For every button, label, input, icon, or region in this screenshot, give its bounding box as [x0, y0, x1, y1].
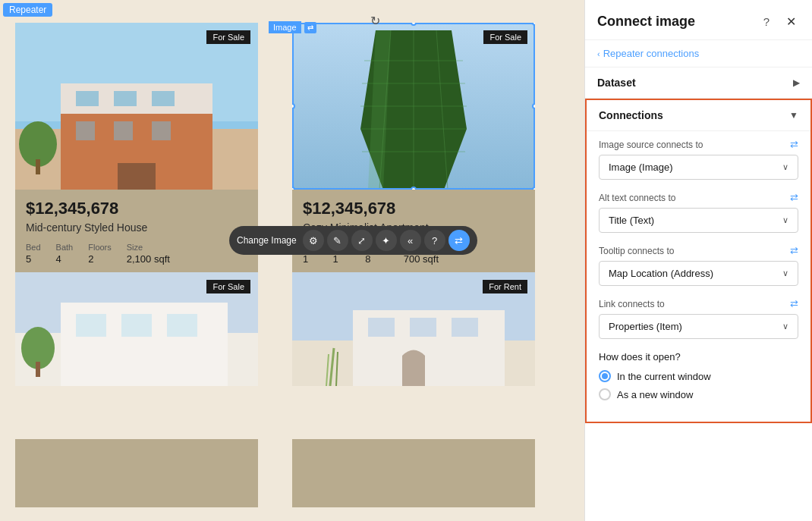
open-label: How does it open? [599, 351, 798, 363]
alt-text-icon[interactable]: ⇄ [790, 192, 798, 203]
resize-handle-mr[interactable] [532, 103, 535, 109]
radio-current-window[interactable]: In the current window [599, 370, 798, 382]
alt-text-select[interactable]: Title (Text) ∨ [599, 208, 798, 233]
toolbar-change-label: Change Image [237, 235, 300, 246]
panel-header: Connect image ? ✕ [585, 0, 812, 40]
tooltip-icon[interactable]: ⇄ [790, 245, 798, 256]
panel-title: Connect image [597, 14, 695, 30]
svg-rect-28 [76, 314, 106, 337]
close-panel-button[interactable]: ✕ [782, 12, 800, 30]
tooltip-select[interactable]: Map Location (Address) ∨ [599, 261, 798, 286]
dataset-arrow: ▶ [793, 77, 800, 88]
tooltip-field: Tooltip connects to ⇄ Map Location (Addr… [587, 237, 810, 290]
help-button[interactable]: ? [424, 230, 445, 251]
card-price-1: $12,345,678 [26, 199, 247, 218]
dataset-label: Dataset [597, 77, 636, 89]
right-panel: Connect image ? ✕ ‹ Repeater connections… [584, 0, 812, 521]
link-label: Link connects to [599, 299, 665, 309]
badge-3: For Sale [206, 280, 250, 293]
image-selection-label: Image ⇄ [269, 21, 316, 33]
image-source-label: Image source connects to [599, 140, 703, 150]
building-image-1 [15, 23, 258, 190]
breadcrumb-arrow-icon: ‹ [597, 49, 600, 58]
tooltip-value: Map Location (Address) [609, 268, 713, 279]
card-info-3 [15, 439, 258, 507]
image-source-value: Image (Image) [609, 162, 673, 173]
radio-new-window-label: As a new window [617, 389, 693, 400]
link-value: Properties (Item) [609, 321, 682, 332]
svg-rect-10 [152, 121, 171, 140]
card-price-2: $12,345,678 [303, 199, 524, 218]
property-card-3[interactable]: For Sale [15, 272, 292, 507]
connections-box: Connections ▼ Image source connects to ⇄… [585, 99, 812, 423]
building-image-2 [292, 23, 535, 190]
badge-2: For Sale [483, 30, 527, 44]
resize-handle-br[interactable] [532, 187, 535, 190]
svg-rect-29 [121, 314, 152, 337]
repeater-label: Repeater [3, 3, 52, 17]
link-icon[interactable]: ⇄ [790, 298, 798, 309]
svg-rect-37 [410, 318, 436, 337]
rotate-icon[interactable]: ↻ [370, 14, 380, 28]
svg-rect-9 [114, 121, 133, 140]
card-image-1[interactable]: For Sale [15, 23, 258, 190]
magic-button[interactable]: ✦ [376, 230, 397, 251]
dataset-section[interactable]: Dataset ▶ [585, 67, 812, 99]
tooltip-label: Tooltip connects to [599, 246, 674, 256]
svg-rect-13 [36, 159, 40, 174]
svg-rect-7 [152, 91, 175, 106]
card-image-2[interactable]: For Sale [292, 23, 535, 190]
radio-current-window-circle[interactable] [599, 370, 611, 382]
crop-button[interactable]: ⤢ [351, 230, 373, 251]
panel-header-icons: ? ✕ [757, 12, 800, 30]
badge-4: For Rent [483, 280, 527, 293]
radio-new-window-circle[interactable] [599, 388, 611, 400]
breadcrumb-label: Repeater connections [603, 48, 699, 59]
resize-handle-bc[interactable] [411, 187, 417, 190]
svg-rect-36 [368, 318, 395, 337]
badge-1: For Sale [206, 30, 250, 44]
card-info-1: $12,345,678 Mid-century Styled House Bed… [15, 190, 258, 272]
breadcrumb-link[interactable]: ‹ Repeater connections [597, 48, 800, 59]
card-name-1: Mid-century Styled House [26, 221, 247, 234]
image-tag-text: Image [269, 21, 301, 33]
connections-toggle[interactable]: ▼ [789, 110, 798, 121]
link-select[interactable]: Properties (Item) ∨ [599, 314, 798, 339]
image-source-arrow: ∨ [782, 162, 788, 172]
svg-rect-38 [452, 318, 478, 337]
breadcrumb-bar: ‹ Repeater connections [585, 40, 812, 67]
tooltip-arrow: ∨ [782, 268, 788, 278]
image-source-field: Image source connects to ⇄ Image (Image)… [587, 131, 810, 184]
image-source-icon[interactable]: ⇄ [790, 139, 798, 150]
alt-text-value: Title (Text) [609, 215, 654, 226]
svg-rect-6 [114, 91, 137, 106]
canvas-area: Repeater ↻ Image ⇄ For Sale [0, 0, 584, 521]
radio-current-window-label: In the current window [617, 371, 711, 382]
svg-rect-30 [167, 314, 197, 337]
image-source-select[interactable]: Image (Image) ∨ [599, 155, 798, 180]
help-icon[interactable]: ? [757, 12, 776, 30]
card-image-4[interactable]: For Rent [292, 272, 535, 439]
cards-grid: For Sale [0, 0, 584, 521]
property-card-4[interactable]: For Rent [292, 272, 569, 507]
edit-button[interactable]: ✎ [327, 230, 348, 251]
card-specs-1: Bed5 Bath4 Floors2 Size2,100 sqft [26, 243, 247, 265]
alt-text-arrow: ∨ [782, 215, 788, 225]
link-arrow: ∨ [782, 322, 788, 331]
radio-new-window[interactable]: As a new window [599, 388, 798, 400]
svg-rect-11 [118, 163, 156, 190]
back-button[interactable]: « [400, 230, 421, 251]
link-field: Link connects to ⇄ Properties (Item) ∨ [587, 290, 810, 344]
image-toolbar: Change Image ⚙ ✎ ⤢ ✦ « ? ⇄ [229, 226, 477, 255]
connections-header: Connections ▼ [587, 100, 810, 131]
card-info-4 [292, 439, 535, 507]
open-section: How does it open? In the current window … [587, 344, 810, 414]
svg-rect-5 [76, 91, 99, 106]
card-image-3[interactable]: For Sale [15, 272, 258, 439]
connect-button[interactable]: ⇄ [448, 230, 470, 251]
alt-text-label: Alt text connects to [599, 193, 675, 203]
svg-rect-8 [76, 121, 95, 140]
alt-text-field: Alt text connects to ⇄ Title (Text) ∨ [587, 184, 810, 237]
settings-button[interactable]: ⚙ [303, 230, 324, 251]
svg-rect-32 [36, 362, 40, 377]
